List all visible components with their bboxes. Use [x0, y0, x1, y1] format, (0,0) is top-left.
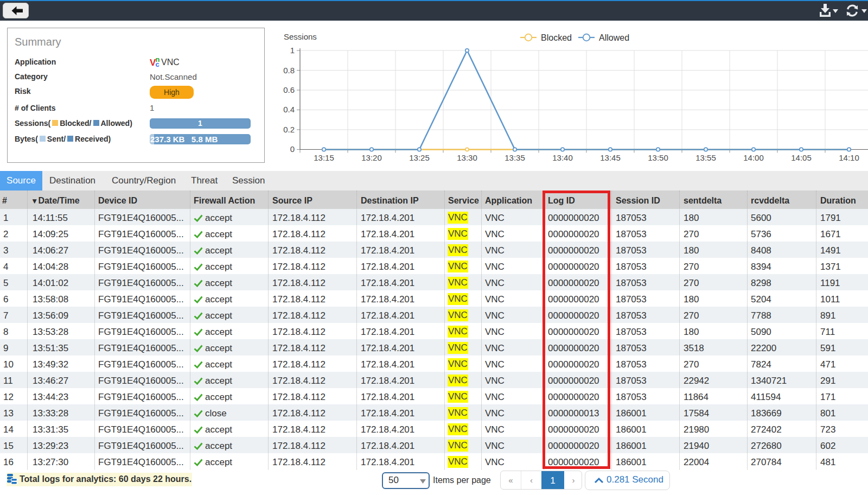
svg-text:14:10: 14:10	[839, 153, 859, 162]
svg-text:0.4: 0.4	[283, 105, 295, 114]
svg-text:1: 1	[290, 46, 295, 55]
svg-text:0: 0	[290, 144, 295, 154]
svg-text:0.2: 0.2	[283, 125, 295, 134]
svg-text:13:35: 13:35	[505, 153, 525, 162]
svg-text:Allowed: Allowed	[599, 33, 629, 42]
svg-text:13:25: 13:25	[409, 153, 430, 162]
svg-text:14:05: 14:05	[791, 153, 812, 162]
svg-text:13:50: 13:50	[648, 153, 668, 162]
svg-text:13:20: 13:20	[361, 153, 382, 162]
svg-text:13:15: 13:15	[314, 153, 334, 162]
svg-text:13:55: 13:55	[695, 153, 716, 162]
svg-text:0.6: 0.6	[283, 85, 295, 94]
svg-text:0.8: 0.8	[283, 66, 295, 75]
svg-text:c: c	[156, 60, 159, 68]
svg-text:Blocked: Blocked	[541, 33, 572, 42]
svg-text:VNC: VNC	[161, 58, 179, 67]
svg-text:13:40: 13:40	[552, 153, 573, 162]
svg-text:14:00: 14:00	[743, 153, 764, 162]
svg-text:13:30: 13:30	[457, 153, 477, 162]
svg-text:13:45: 13:45	[600, 153, 621, 162]
